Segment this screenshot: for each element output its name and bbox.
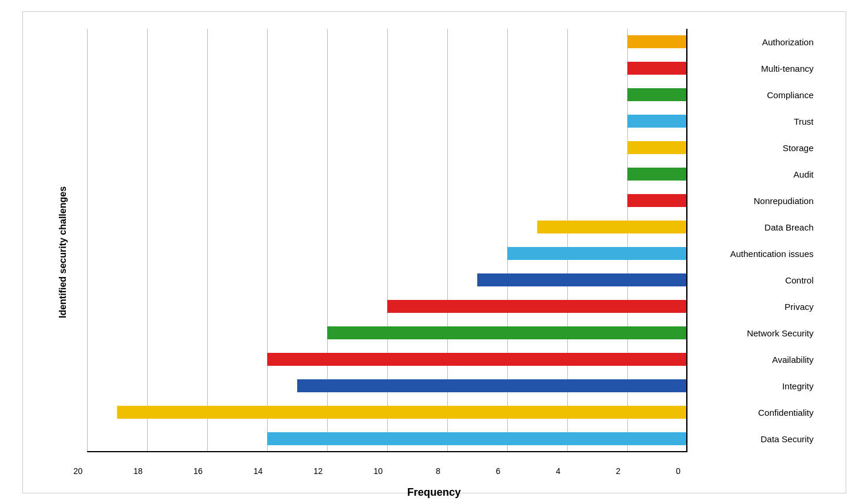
bars-area [87,29,687,452]
bar-audit [627,168,687,181]
bar-confidentiality [117,406,687,419]
bar-label-authentication-issues: Authentication issues [730,246,817,261]
bar-label-nonrepudiation: Nonrepudiation [754,193,817,208]
x-tick-label: 8 [430,466,447,476]
x-tick-label: 4 [550,466,567,476]
bar-nonrepudiation [627,194,687,207]
bar-storage [627,141,687,154]
bar-trust [627,115,687,128]
chart-container: Identified security challenges 201816141… [52,23,817,482]
bar-label-network-security: Network Security [747,325,816,341]
x-tick-label: 14 [250,466,267,476]
bar-network-security [327,326,687,339]
x-axis-title: Frequency [52,486,817,499]
bar-label-audit: Audit [793,166,816,182]
bar-control [477,273,687,286]
bar-label-availability: Availability [772,352,817,367]
bar-label-confidentiality: Confidentiality [758,405,816,420]
bar-label-data-breach: Data Breach [764,219,816,235]
x-tick-label: 2 [610,466,627,476]
chart-wrapper: Identified security challenges 201816141… [22,11,846,493]
x-tick-label: 20 [69,466,87,476]
x-tick-label: 6 [490,466,507,476]
bottom-axis-line [87,451,687,452]
bar-data-security [267,432,687,445]
bar-label-compliance: Compliance [767,87,816,102]
x-tick-label: 12 [310,466,327,476]
label-column: AuthorizationMulti-tenancyComplianceTrus… [687,29,817,452]
bar-label-multi-tenancy: Multi-tenancy [761,61,816,76]
x-tick-label: 10 [370,466,387,476]
bar-availability [267,353,687,366]
bar-label-data-security: Data Security [760,431,816,446]
bar-multi-tenancy [627,62,687,75]
bar-label-privacy: Privacy [784,299,816,314]
x-tick-label: 18 [129,466,147,476]
bar-label-storage: Storage [783,140,817,155]
bar-privacy [387,300,687,313]
bar-compliance [627,88,687,101]
x-tick-label: 0 [670,466,687,476]
bar-label-trust: Trust [794,114,817,129]
y-axis-title-container: Identified security challenges [52,23,75,482]
bar-authorization [627,35,687,48]
bar-authentication-issues [507,247,687,260]
bar-label-authorization: Authorization [762,34,817,49]
bar-label-integrity: Integrity [782,378,816,393]
plot-area: 20181614121086420 [87,29,687,452]
bar-label-control: Control [785,272,816,288]
bar-data-breach [537,221,687,233]
bar-integrity [297,379,687,392]
y-axis-title: Identified security challenges [58,186,69,318]
x-tick-label: 16 [189,466,207,476]
